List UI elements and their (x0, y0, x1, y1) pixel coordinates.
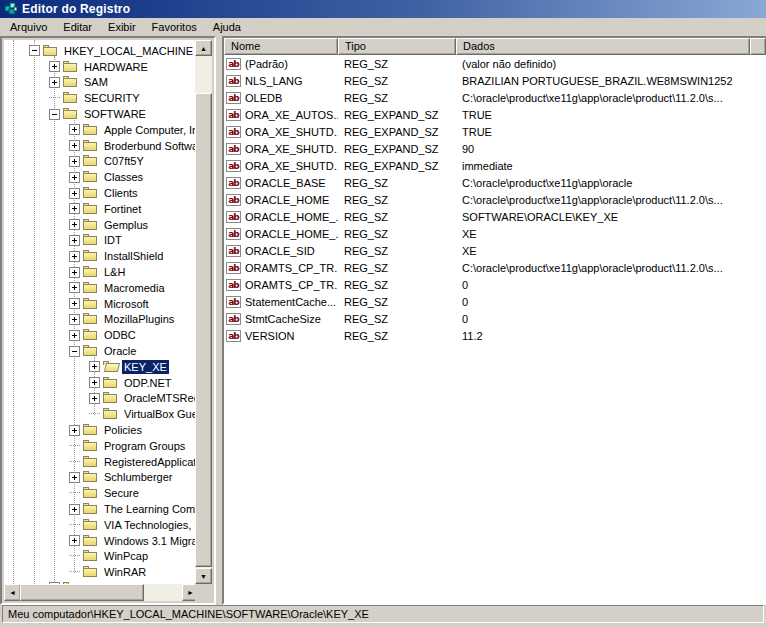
expand-plus-icon[interactable] (89, 393, 100, 404)
tree-item-the-learning-compa[interactable]: The Learning Compa (4, 501, 199, 517)
tree-item-label: C07ft5Y (102, 154, 146, 168)
scroll-left-button[interactable]: ◄ (4, 584, 21, 601)
value-row[interactable]: abORACLE_HOME_...REG_SZSOFTWARE\ORACLE\K… (224, 208, 766, 225)
tree-item-label: Apple Computer, Inc (102, 123, 199, 137)
tree-item-key-xe[interactable]: KEY_XE (4, 359, 199, 375)
value-row[interactable]: abORACLE_HOMEREG_SZC:\oracle\product\xe1… (224, 191, 766, 208)
expand-plus-icon[interactable] (69, 504, 80, 515)
scroll-up-button[interactable]: ▲ (195, 40, 212, 56)
folder-icon (83, 440, 98, 452)
expand-plus-icon[interactable] (69, 298, 80, 309)
tree-item-label: Clients (102, 186, 140, 200)
tree-item-idt[interactable]: IDT (4, 233, 199, 249)
menu-item-favoritos[interactable]: Favoritos (144, 19, 205, 36)
tree-item-mozillaplugins[interactable]: MozillaPlugins (4, 312, 199, 328)
tree-item-program-groups[interactable]: Program Groups (4, 438, 199, 454)
value-row[interactable]: abORA_XE_SHUTD...REG_EXPAND_SZimmediate (224, 157, 766, 174)
tree-item-policies[interactable]: Policies (4, 422, 199, 438)
menu-item-arquivo[interactable]: Arquivo (2, 19, 55, 36)
value-row[interactable]: abORAMTS_CP_TR...REG_SZ0 (224, 276, 766, 293)
menu-item-editar[interactable]: Editar (55, 19, 100, 36)
tree-item-software[interactable]: SOFTWARE (4, 106, 199, 122)
expand-plus-icon[interactable] (69, 472, 80, 483)
tree-item-schlumberger[interactable]: Schlumberger (4, 470, 199, 486)
tree-item-sam[interactable]: SAM (4, 75, 199, 91)
value-row[interactable]: ab(Padrão)REG_SZ(valor não definido) (224, 55, 766, 72)
string-value-icon: ab (226, 296, 241, 308)
tree-item-virtualbox-guest[interactable]: VirtualBox Guest (4, 406, 199, 422)
tree-item-macromedia[interactable]: Macromedia (4, 280, 199, 296)
value-row[interactable]: abStmtCacheSizeREG_SZ0 (224, 310, 766, 327)
value-row[interactable]: abVERSIONREG_SZ11.2 (224, 327, 766, 344)
tree-item-secure[interactable]: Secure (4, 485, 199, 501)
vertical-scroll-thumb[interactable] (195, 93, 212, 567)
value-name: ORAMTS_CP_TR... (245, 279, 338, 291)
tree-item-winpcap[interactable]: WinPcap (4, 549, 199, 565)
value-row[interactable]: abORACLE_HOME_...REG_SZXE (224, 225, 766, 242)
value-row[interactable]: abORA_XE_SHUTD...REG_EXPAND_SZTRUE (224, 123, 766, 140)
column-header-tipo[interactable]: Tipo (338, 38, 456, 55)
tree-item-fortinet[interactable]: Fortinet (4, 201, 199, 217)
tree-item-classes[interactable]: Classes (4, 169, 199, 185)
column-header-dados[interactable]: Dados (456, 38, 750, 55)
collapse-minus-icon[interactable] (49, 109, 60, 120)
tree-item-oraclemtsrecov[interactable]: OracleMTSRecov (4, 391, 199, 407)
tree-item-installshield[interactable]: InstallShield (4, 248, 199, 264)
tree-item-registeredapplicatio[interactable]: RegisteredApplicatio (4, 454, 199, 470)
tree-item-microsoft[interactable]: Microsoft (4, 296, 199, 312)
expand-plus-icon[interactable] (69, 314, 80, 325)
value-row[interactable]: abORA_XE_AUTOS...REG_EXPAND_SZTRUE (224, 106, 766, 123)
tree-item-broderbund-softwar[interactable]: Broderbund Softwar (4, 138, 199, 154)
menu-item-exibir[interactable]: Exibir (100, 19, 144, 36)
tree-horizontal-scrollbar[interactable]: ◄ ► (4, 584, 199, 601)
expand-plus-icon[interactable] (69, 251, 80, 262)
tree-item-odbc[interactable]: ODBC (4, 327, 199, 343)
horizontal-scroll-thumb[interactable] (20, 584, 144, 601)
tree-item-via-technologies-in[interactable]: VIA Technologies, In (4, 517, 199, 533)
collapse-minus-icon[interactable] (29, 45, 40, 56)
value-row[interactable]: abORA_XE_SHUTD...REG_EXPAND_SZ90 (224, 140, 766, 157)
expand-plus-icon[interactable] (69, 282, 80, 293)
expand-plus-icon[interactable] (69, 156, 80, 167)
tree-item-oracle[interactable]: Oracle (4, 343, 199, 359)
menu-item-ajuda[interactable]: Ajuda (205, 19, 249, 36)
value-row[interactable]: abORACLE_SIDREG_SZXE (224, 242, 766, 259)
tree-item-windows-3-1-migrati[interactable]: Windows 3.1 Migrati (4, 533, 199, 549)
value-row[interactable]: abNLS_LANGREG_SZBRAZILIAN PORTUGUESE_BRA… (224, 72, 766, 89)
expand-plus-icon[interactable] (69, 172, 80, 183)
tree-vertical-scrollbar[interactable]: ▲ ▼ (195, 40, 212, 584)
value-row[interactable]: abORAMTS_CP_TR...REG_SZC:\oracle\product… (224, 259, 766, 276)
expand-plus-icon[interactable] (69, 188, 80, 199)
expand-plus-icon[interactable] (69, 219, 80, 230)
tree-item-c07ft5y[interactable]: C07ft5Y (4, 154, 199, 170)
value-row[interactable]: abStatementCache...REG_SZ0 (224, 293, 766, 310)
expand-plus-icon[interactable] (69, 235, 80, 246)
expand-plus-icon[interactable] (69, 330, 80, 341)
tree-item-odp-net[interactable]: ODP.NET (4, 375, 199, 391)
value-row[interactable]: abOLEDBREG_SZC:\oracle\product\xe11g\app… (224, 89, 766, 106)
tree-item-apple-computer-inc[interactable]: Apple Computer, Inc (4, 122, 199, 138)
tree-item-security[interactable]: SECURITY (4, 90, 199, 106)
tree-item-gemplus[interactable]: Gemplus (4, 217, 199, 233)
expand-plus-icon[interactable] (89, 377, 100, 388)
scroll-down-button[interactable]: ▼ (195, 568, 212, 584)
column-header-nome[interactable]: Nome (224, 38, 338, 55)
tree-item-winrar[interactable]: WinRAR (4, 564, 199, 580)
tree-item-hardware[interactable]: HARDWARE (4, 59, 199, 75)
folder-icon (83, 535, 98, 547)
expand-plus-icon[interactable] (89, 361, 100, 372)
value-row[interactable]: abORACLE_BASEREG_SZC:\oracle\product\xe1… (224, 174, 766, 191)
expand-plus-icon[interactable] (49, 61, 60, 72)
title-bar[interactable]: Editor do Registro (0, 0, 766, 18)
tree-item-clients[interactable]: Clients (4, 185, 199, 201)
tree-item-l-h[interactable]: L&H (4, 264, 199, 280)
expand-plus-icon[interactable] (69, 267, 80, 278)
expand-plus-icon[interactable] (69, 425, 80, 436)
tree-item-hkey-local-machine[interactable]: HKEY_LOCAL_MACHINE (4, 43, 199, 59)
expand-plus-icon[interactable] (69, 124, 80, 135)
expand-plus-icon[interactable] (49, 77, 60, 88)
expand-plus-icon[interactable] (69, 140, 80, 151)
expand-plus-icon[interactable] (69, 535, 80, 546)
expand-plus-icon[interactable] (69, 203, 80, 214)
collapse-minus-icon[interactable] (69, 346, 80, 357)
